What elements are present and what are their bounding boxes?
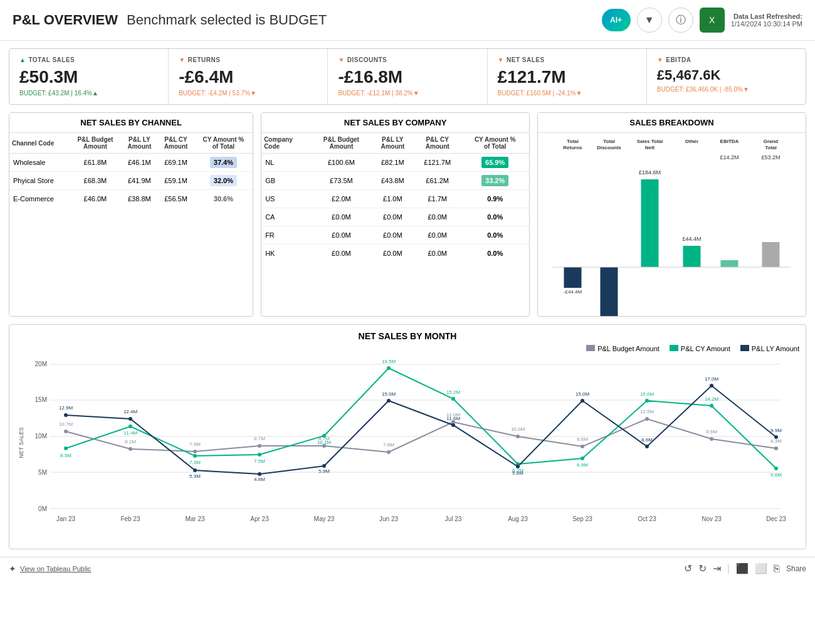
- discounts-bar: [601, 267, 618, 317]
- svg-text:7.5M: 7.5M: [254, 458, 265, 464]
- svg-text:-£44.4M: -£44.4M: [564, 289, 582, 295]
- kpi-net-sales-budget: BUDGET: £160.5M | -24.1%▼: [498, 90, 636, 97]
- svg-text:6.9M: 6.9M: [577, 462, 588, 468]
- svg-text:8.6M: 8.6M: [577, 436, 588, 442]
- channel-col-ly: P&L LYAmount: [121, 133, 157, 154]
- svg-text:7.8M: 7.8M: [383, 442, 394, 448]
- share-icon[interactable]: ⎘: [774, 563, 780, 574]
- svg-text:Discounts: Discounts: [597, 145, 621, 150]
- channel-title: NET SALES BY CHANNEL: [9, 113, 253, 133]
- budget-dot: [258, 444, 261, 448]
- kpi-ebitda-budget: BUDGET: £36,466.0K | -85.0%▼: [657, 86, 796, 93]
- ly-dot: [258, 472, 261, 476]
- tableau-icon: ✦: [9, 564, 16, 574]
- cy-dot: [645, 399, 649, 403]
- svg-text:7.3M: 7.3M: [189, 460, 201, 465]
- svg-text:10.7M: 10.7M: [59, 421, 73, 427]
- header-icons: AI+ ▼ ⓘ X Data Last Refreshed: 1/14/2024…: [602, 8, 802, 33]
- svg-text:7.9M: 7.9M: [189, 441, 201, 447]
- page-title: P&L OVERVIEW Benchmark selected is BUDGE…: [13, 12, 602, 28]
- svg-text:15.0M: 15.0M: [640, 391, 655, 397]
- ai-button[interactable]: AI+: [602, 9, 631, 31]
- filter-button[interactable]: ▼: [637, 8, 662, 33]
- grand-total-bar: [762, 242, 780, 267]
- nett-bar: [641, 179, 659, 267]
- budget-dot: [129, 447, 132, 451]
- svg-text:Jul 23: Jul 23: [445, 515, 462, 522]
- table-row: HK £0.0M £0.0M £0.0M 0.0%: [261, 245, 529, 263]
- svg-text:Jun 23: Jun 23: [379, 515, 398, 522]
- kpi-total-sales-arrow: ▲: [19, 56, 26, 63]
- budget-dot: [774, 446, 778, 450]
- budget-dot: [193, 450, 197, 453]
- excel-button[interactable]: X: [700, 8, 725, 33]
- channel-col-cy: P&L CYAmount: [157, 133, 194, 154]
- monthly-chart-title: NET SALES BY MONTH: [16, 331, 799, 341]
- kpi-ebitda: ▼ EBITDA £5,467.6K BUDGET: £36,466.0K | …: [647, 49, 806, 104]
- footer-left[interactable]: ✦ View on Tableau Public: [9, 564, 91, 574]
- svg-text:Sep 23: Sep 23: [572, 515, 592, 522]
- undo-icon[interactable]: ↺: [684, 562, 692, 574]
- kpi-returns: ▼ RETURNS -£6.4M BUDGET: -£4.2M | 53.7%▼: [169, 49, 328, 104]
- share-label[interactable]: Share: [786, 564, 806, 573]
- svg-text:12.9M: 12.9M: [59, 405, 73, 411]
- svg-text:12.4M: 12.4M: [124, 409, 138, 414]
- ly-line: [66, 386, 776, 474]
- cy-dot: [129, 425, 132, 428]
- svg-text:12.5M: 12.5M: [640, 409, 655, 414]
- download-icon[interactable]: ⬛: [736, 562, 749, 574]
- ly-dot: [193, 468, 197, 472]
- kpi-discounts-budget: BUDGET: -£12.1M | 38.2%▼: [338, 90, 476, 97]
- svg-text:Jan 23: Jan 23: [56, 515, 75, 522]
- svg-text:17.0M: 17.0M: [705, 376, 719, 382]
- budget-legend-color: [586, 345, 595, 351]
- budget-dot: [516, 435, 520, 438]
- ly-dot: [451, 423, 455, 427]
- footer: ✦ View on Tableau Public ↺ ↻ ⇥ | ⬛ ⬜ ⎘ S…: [0, 557, 815, 579]
- sections-row: NET SALES BY CHANNEL Channel Code P&L Bu…: [9, 112, 806, 317]
- redo-icon[interactable]: ↻: [698, 562, 707, 574]
- other-bar: [683, 246, 701, 267]
- svg-text:Nett: Nett: [645, 145, 655, 150]
- forward-icon[interactable]: ⇥: [713, 562, 721, 574]
- budget-dot: [387, 450, 391, 454]
- info-button[interactable]: ⓘ: [668, 8, 693, 33]
- svg-text:£44.4M: £44.4M: [683, 236, 702, 242]
- kpi-discounts-arrow: ▼: [338, 56, 344, 63]
- svg-text:Total: Total: [765, 145, 777, 150]
- svg-text:9.9M: 9.9M: [770, 428, 782, 433]
- kpi-returns-arrow: ▼: [179, 56, 185, 63]
- svg-text:8.3M: 8.3M: [60, 453, 71, 458]
- svg-text:5M: 5M: [38, 469, 47, 476]
- kpi-net-sales-value: £121.7M: [498, 67, 636, 87]
- svg-text:Oct 23: Oct 23: [638, 515, 656, 522]
- svg-text:5.6M: 5.6M: [770, 472, 782, 478]
- svg-text:20M: 20M: [35, 361, 47, 367]
- ly-dot: [645, 445, 649, 448]
- table-row: FR £0.0M £0.0M £0.0M 0.0%: [261, 226, 529, 245]
- svg-text:NET SALES: NET SALES: [18, 427, 24, 458]
- svg-text:8.7M: 8.7M: [254, 436, 265, 441]
- cy-dot: [774, 467, 778, 470]
- cy-dot: [710, 404, 713, 408]
- fullscreen-icon[interactable]: ⬜: [755, 562, 767, 574]
- cy-line: [66, 368, 776, 468]
- company-col-ly: P&L LYAmount: [371, 133, 414, 154]
- budget-dot: [710, 437, 713, 441]
- breakdown-svg: Total Returns Total Discounts Sales Tota…: [542, 135, 802, 311]
- kpi-total-sales-budget: BUDGET: £43.2M | 16.4%▲: [19, 90, 158, 97]
- svg-text:Aug 23: Aug 23: [508, 515, 528, 522]
- channel-col-budget: P&L BudgetAmount: [70, 133, 122, 154]
- cy-dot: [64, 446, 68, 450]
- svg-text:8.3M: 8.3M: [770, 438, 782, 444]
- kpi-returns-value: -£6.4M: [179, 67, 317, 87]
- svg-text:15.0M: 15.0M: [576, 391, 590, 397]
- budget-dot: [645, 417, 649, 421]
- svg-text:Mar 23: Mar 23: [185, 515, 205, 522]
- refresh-info: Data Last Refreshed: 1/14/2024 10:30:14 …: [731, 13, 802, 28]
- tableau-link[interactable]: View on Tableau Public: [20, 565, 91, 573]
- svg-text:10.1M: 10.1M: [317, 440, 332, 445]
- ebitda-bar: [721, 260, 739, 267]
- company-col-budget: P&L BudgetAmount: [311, 133, 371, 154]
- divider: |: [727, 563, 730, 574]
